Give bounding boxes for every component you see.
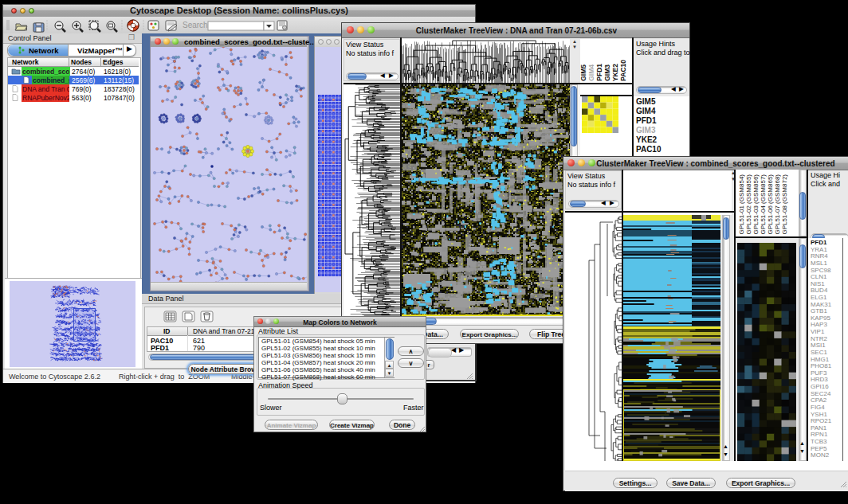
svg-text:Search:: Search: — [183, 21, 210, 29]
